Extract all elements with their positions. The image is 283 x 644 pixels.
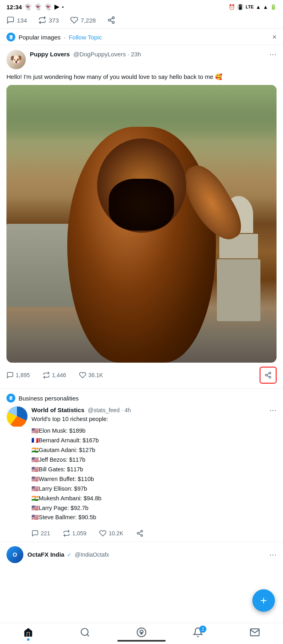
puppy-tweet-actions: 1,895 1,446 36.1K — [6, 363, 277, 384]
octafx-info: OctaFX India ✓ @IndiaOctafx — [27, 551, 109, 558]
share-action[interactable] — [107, 16, 115, 24]
octafx-avatar[interactable]: O — [6, 546, 23, 563]
list-item: 🇫🇷Bernard Arnault: $167b — [31, 436, 277, 446]
stats-comment-icon — [31, 530, 39, 537]
status-bar: 12:34 👻 👻 👻 ▶ ● ⏰ 📳 LTE ▲ ▲ 🔋 — [0, 0, 283, 13]
stats-more-icon[interactable]: ⋯ — [269, 406, 277, 415]
stats-author-name[interactable]: World of Statistics — [31, 407, 84, 413]
puppy-author-info: Puppy Lovers @DogPuppyLovers · 23h — [30, 51, 141, 58]
puppy-avatar-image: 🐶 — [6, 50, 26, 69]
puppy-author-handle: @DogPuppyLovers — [73, 51, 126, 58]
signal-icon: ▲ — [256, 4, 261, 10]
puppy-retweet-action[interactable]: 1,446 — [43, 372, 66, 379]
svg-line-3 — [110, 21, 112, 22]
business-topic-icon — [6, 394, 15, 402]
svg-point-13 — [141, 535, 143, 537]
puppy-tweet-time: 23h — [131, 51, 141, 58]
octafx-more-icon[interactable]: ⋯ — [269, 550, 277, 559]
nav-spaces[interactable] — [136, 627, 147, 638]
octafx-handle: @IndiaOctafx — [75, 551, 109, 558]
stats-retweet-count: 1,059 — [72, 530, 86, 537]
popular-images-header: Popular images · Follow Topic × — [0, 29, 283, 45]
nav-search[interactable] — [80, 627, 90, 638]
list-item: 🇮🇳Mukesh Ambani: $94.8b — [31, 494, 277, 504]
retweet-count: 373 — [49, 17, 59, 24]
retweet-icon — [38, 16, 46, 24]
stats-share-action[interactable] — [136, 530, 144, 537]
octafx-author-name[interactable]: OctaFX India — [27, 551, 65, 558]
svg-point-7 — [269, 376, 271, 378]
puppy-avatar[interactable]: 🐶 — [6, 50, 26, 69]
nav-messages[interactable] — [250, 627, 260, 638]
stats-like-count: 10.2K — [108, 530, 123, 537]
svg-line-4 — [110, 18, 112, 19]
stats-tweet-header: World of Statistics @stats_feed · 4h ⋯ W… — [6, 406, 277, 522]
signal2-icon: ▲ — [263, 4, 268, 10]
status-left: 12:34 👻 👻 👻 ▶ ● — [6, 3, 64, 10]
alarm-icon: ⏰ — [229, 4, 235, 10]
stats-header-text: World's top 10 richest people: — [31, 415, 277, 424]
vibrate-icon: 📳 — [237, 4, 243, 10]
puppy-comment-action[interactable]: 1,895 — [6, 372, 30, 379]
retweet-action[interactable]: 373 — [38, 16, 59, 24]
nav-home[interactable] — [23, 627, 33, 638]
stats-tweet-card: World of Statistics @stats_feed · 4h ⋯ W… — [0, 406, 283, 542]
compose-fab[interactable]: + — [252, 589, 275, 612]
stats-author-info: World of Statistics @stats_feed · 4h ⋯ W… — [31, 406, 277, 522]
stats-tweet-actions: 221 1,059 10.2K — [31, 526, 277, 537]
business-personalities-header: Business personalities — [0, 389, 283, 406]
notification-badge: 2 — [199, 625, 206, 633]
octafx-partial-tweet: O OctaFX India ✓ @IndiaOctafx ⋯ — [0, 542, 283, 567]
svg-point-1 — [108, 19, 110, 21]
comment-action[interactable]: 134 — [6, 16, 27, 24]
stats-author-details: World of Statistics @stats_feed · 4h — [31, 407, 131, 414]
stats-avatar[interactable] — [6, 406, 27, 428]
svg-point-19 — [141, 632, 142, 634]
home-active-dot — [27, 638, 29, 641]
svg-point-16 — [81, 628, 88, 635]
svg-point-2 — [112, 21, 114, 23]
topic-left: Popular images · Follow Topic — [6, 33, 102, 41]
puppy-tweet-image[interactable]: 🐕 — [6, 85, 277, 363]
puppy-heart-icon — [79, 372, 86, 379]
search-icon — [80, 627, 90, 638]
puppy-share-icon — [264, 372, 272, 379]
stats-share-icon — [136, 530, 144, 537]
puppy-comment-icon — [6, 372, 14, 379]
stats-tweet-content: World's top 10 richest people: 🇺🇸Elon Mu… — [31, 415, 277, 522]
fab-icon: + — [260, 594, 267, 607]
nav-notifications[interactable]: 2 — [193, 627, 203, 638]
puppy-tweet-text: Hello! I'm just wondering how many of yo… — [6, 72, 277, 81]
stats-like-action[interactable]: 10.2K — [99, 530, 123, 537]
svg-point-11 — [141, 530, 143, 533]
stats-heart-icon — [99, 530, 106, 537]
follow-topic-link[interactable]: Follow Topic — [69, 34, 102, 41]
like-action[interactable]: 7,228 — [70, 16, 96, 24]
puppy-author-name[interactable]: Puppy Lovers — [30, 51, 70, 58]
list-item: 🇺🇸Warren Buffet: $110b — [31, 475, 277, 484]
svg-line-14 — [139, 534, 141, 535]
stats-author-row: World of Statistics @stats_feed · 4h ⋯ — [31, 406, 277, 415]
puppy-share-button-highlighted[interactable] — [260, 367, 277, 384]
puppy-like-action[interactable]: 36.1K — [79, 372, 103, 379]
svg-line-9 — [267, 374, 269, 375]
richest-list: 🇺🇸Elon Musk: $189b 🇫🇷Bernard Arnault: $1… — [31, 426, 277, 522]
list-item: 🇺🇸Larry Ellison: $97b — [31, 484, 277, 494]
puppy-tweet-header: 🐶 Puppy Lovers @DogPuppyLovers · 23h ⋯ — [6, 50, 277, 69]
stats-comment-action[interactable]: 221 — [31, 530, 50, 537]
lte-label: LTE — [246, 4, 254, 9]
ghost-icon-2: 👻 — [34, 3, 42, 10]
svg-point-12 — [137, 533, 139, 535]
status-right: ⏰ 📳 LTE ▲ ▲ 🔋 — [229, 4, 277, 10]
home-icon — [23, 627, 33, 638]
puppy-like-count: 36.1K — [88, 372, 103, 378]
close-button[interactable]: × — [272, 33, 277, 41]
puppy-retweet-icon — [43, 372, 50, 379]
scroll-indicator — [117, 638, 166, 642]
stats-retweet-action[interactable]: 1,059 — [63, 530, 86, 537]
svg-line-8 — [267, 376, 269, 377]
puppy-tweet-card: 🐶 Puppy Lovers @DogPuppyLovers · 23h ⋯ H… — [0, 45, 283, 389]
stats-retweet-icon — [63, 530, 70, 537]
puppy-more-icon[interactable]: ⋯ — [269, 50, 277, 59]
spaces-icon — [136, 627, 147, 638]
